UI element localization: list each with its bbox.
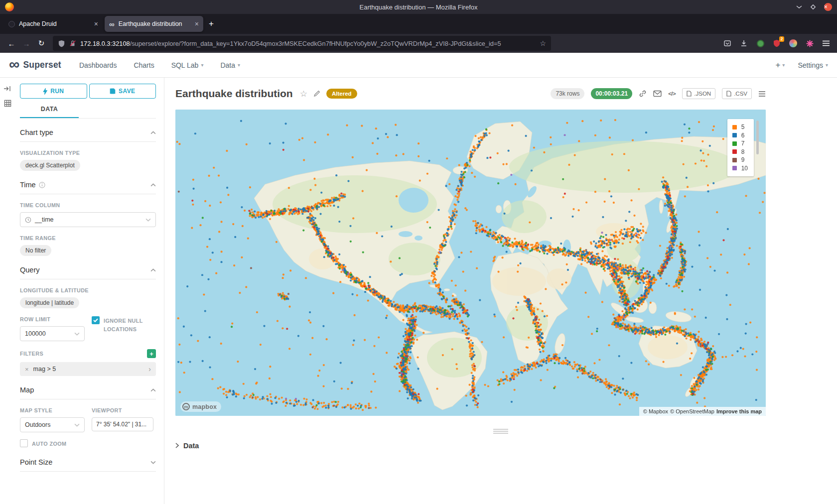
chevron-up-icon — [150, 131, 156, 134]
save-button[interactable]: SAVE — [89, 84, 156, 99]
url-bar[interactable]: 172.18.0.3:32108/superset/explore/?form_… — [53, 36, 551, 51]
legend-row[interactable]: 8 — [732, 148, 748, 156]
extension-pink-icon[interactable] — [805, 38, 815, 48]
chart-title: Earthquake distribution — [175, 88, 293, 100]
section-point-size: Point Size — [20, 448, 156, 472]
time-range-label: TIME RANGE — [20, 235, 156, 241]
map-style-select[interactable]: Outdoors — [20, 417, 85, 432]
filter-chip[interactable]: × mag > 5 › — [20, 362, 156, 376]
tracking-protection-shield-icon[interactable] — [58, 40, 65, 47]
extension-green-icon[interactable] — [755, 38, 765, 48]
window-maximize-button[interactable] — [810, 4, 816, 10]
email-icon[interactable] — [653, 90, 662, 97]
legend-label: 6 — [741, 132, 745, 139]
earthquake-points-layer[interactable] — [175, 110, 766, 416]
section-header-chart-type[interactable]: Chart type — [20, 128, 156, 142]
remove-filter-icon[interactable]: × — [25, 366, 29, 373]
nav-data[interactable]: Data▾ — [220, 61, 240, 69]
menu-icon[interactable] — [821, 38, 831, 48]
auto-zoom-checkbox-row[interactable]: AUTO ZOOM — [20, 439, 85, 448]
legend-row[interactable]: 6 — [732, 131, 748, 140]
section-map: Map MAP STYLE Outdoors AUTO ZOOM VIE — [20, 376, 156, 448]
window-close-button[interactable]: × — [824, 3, 832, 11]
tab-close-icon[interactable]: × — [94, 20, 98, 28]
nav-charts[interactable]: Charts — [134, 61, 154, 69]
altered-badge[interactable]: Altered — [326, 89, 357, 99]
collapse-panel-icon[interactable] — [3, 85, 11, 93]
edit-properties-icon[interactable] — [313, 90, 320, 97]
filters-label: FILTERS — [20, 351, 43, 357]
lonlat-pill[interactable]: longitude | latitude — [20, 297, 79, 308]
tab-apache-druid[interactable]: Apache Druid × — [4, 16, 103, 32]
url-text[interactable]: 172.18.0.3:32108/superset/explore/?form_… — [80, 40, 536, 47]
lightning-bolt-icon — [43, 88, 47, 95]
time-range-pill[interactable]: No filter — [20, 245, 51, 256]
account-avatar-icon[interactable] — [788, 38, 798, 48]
run-button[interactable]: RUN — [20, 84, 87, 99]
data-section-toggle[interactable]: Data — [175, 442, 766, 450]
legend-row[interactable]: 5 — [732, 123, 748, 131]
add-filter-button[interactable]: + — [147, 349, 156, 358]
tab-earthquake-distribution[interactable]: ∞ Earthquake distribution × — [105, 16, 203, 32]
checkbox-unchecked-icon[interactable] — [20, 439, 28, 447]
forward-button[interactable]: → — [19, 36, 34, 50]
section-header-time[interactable]: Time — [20, 181, 156, 194]
section-header-point-size[interactable]: Point Size — [20, 458, 156, 472]
chart-header: Earthquake distribution ☆ Altered 73k ro… — [175, 78, 766, 110]
new-tab-button[interactable]: + — [204, 17, 218, 31]
row-limit-label: ROW LIMIT — [20, 316, 85, 322]
attribution-mapbox-link[interactable]: © Mapbox — [643, 408, 668, 414]
pocket-icon[interactable] — [722, 38, 732, 48]
viz-type-label: VISUALIZATION TYPE — [20, 150, 156, 156]
map-style-label: MAP STYLE — [20, 407, 85, 413]
bookmark-star-icon[interactable]: ☆ — [540, 39, 546, 47]
chevron-down-icon — [150, 461, 156, 464]
lonlat-label: LONGITUDE & LATITUDE — [20, 287, 156, 293]
deckgl-map[interactable]: 5678910 m mapbox © Mapbox © OpenStreetMa… — [175, 110, 766, 416]
tab-data[interactable]: DATA — [20, 106, 79, 118]
attribution-improve-link[interactable]: Improve this map — [716, 408, 762, 414]
insecure-lock-icon[interactable] — [69, 40, 76, 47]
tab-title: Earthquake distribution — [119, 20, 191, 27]
viz-type-pill[interactable]: deck.gl Scatterplot — [20, 160, 80, 171]
row-limit-select[interactable]: 100000 — [20, 326, 85, 341]
export-csv-button[interactable]: .CSV — [722, 88, 752, 99]
downloads-icon[interactable] — [739, 38, 749, 48]
time-column-select[interactable]: __time — [20, 212, 156, 227]
favorite-star-icon[interactable]: ☆ — [300, 89, 307, 99]
nav-sql-lab[interactable]: SQL Lab▾ — [171, 61, 204, 69]
section-header-query[interactable]: Query — [20, 266, 156, 279]
legend-swatch — [732, 166, 737, 170]
checkbox-checked-icon[interactable] — [92, 316, 100, 324]
viewport-value[interactable]: 7° 35' 54.02" | 31... — [92, 417, 153, 431]
embed-code-icon[interactable]: </> — [668, 91, 676, 97]
window-minimize-button[interactable] — [796, 4, 802, 10]
mapbox-logo[interactable]: m mapbox — [180, 401, 221, 412]
legend-row[interactable]: 7 — [732, 139, 748, 148]
tab-close-icon[interactable]: × — [195, 20, 199, 28]
nav-dashboards[interactable]: Dashboards — [79, 61, 117, 69]
adblock-shield-icon[interactable]: 2 — [772, 38, 782, 48]
legend-swatch — [732, 125, 737, 129]
attribution-osm-link[interactable]: © OpenStreetMap — [670, 408, 714, 414]
legend-row[interactable]: 10 — [732, 164, 748, 173]
legend-scrollbar[interactable] — [756, 121, 759, 154]
legend-label: 10 — [741, 165, 748, 172]
superset-logo[interactable]: ∞ Superset — [9, 59, 61, 72]
window-title: Earthquake distribution — Mozilla Firefo… — [360, 3, 478, 11]
panel-resize-handle[interactable] — [493, 429, 508, 434]
back-button[interactable]: ← — [4, 36, 19, 50]
export-json-button[interactable]: .JSON — [682, 88, 715, 99]
section-header-map[interactable]: Map — [20, 386, 156, 399]
add-new-button[interactable]: +▾ — [775, 60, 785, 70]
map-legend-rows: 5678910 — [732, 123, 748, 172]
ignore-null-checkbox-row[interactable]: IGNORE NULL LOCATIONS — [92, 316, 156, 334]
settings-menu[interactable]: Settings▾ — [798, 61, 828, 69]
legend-row[interactable]: 9 — [732, 156, 748, 164]
reload-button[interactable]: ↻ — [34, 36, 49, 50]
dataset-grid-icon[interactable] — [4, 100, 11, 107]
tab-strip: Apache Druid × ∞ Earthquake distribution… — [0, 14, 837, 34]
chart-content-area: Earthquake distribution ☆ Altered 73k ro… — [164, 78, 837, 504]
chart-menu-icon[interactable] — [758, 91, 766, 97]
share-link-icon[interactable] — [639, 90, 647, 98]
